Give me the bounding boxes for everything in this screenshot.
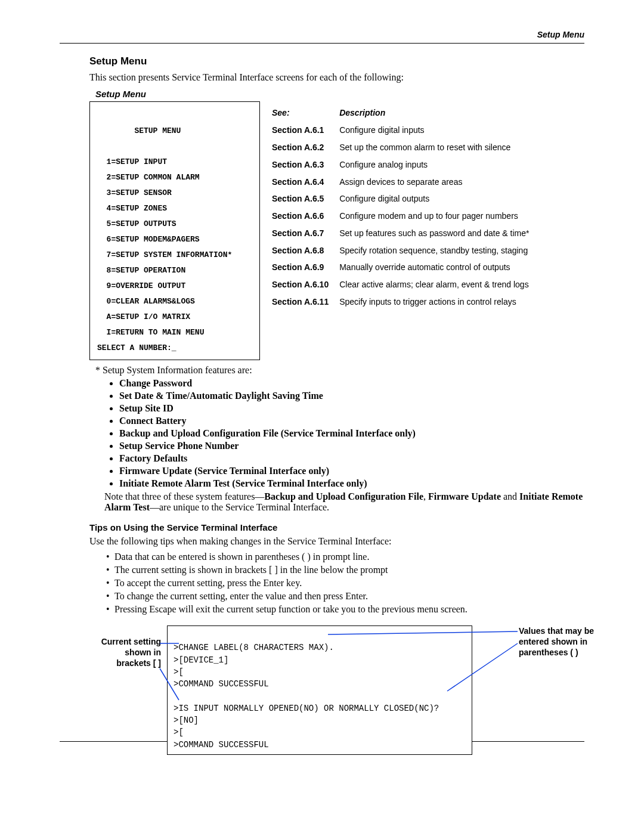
terminal-line: 0=CLEAR ALARMS&LOGS — [97, 297, 195, 306]
feature-item: Factory Defaults — [119, 453, 584, 464]
terminal-line: 4=SETUP ZONES — [97, 204, 167, 213]
section-desc: Set up features such as password and dat… — [335, 225, 534, 241]
feature-item: Connect Battery — [119, 416, 584, 426]
footnote-lead: * Setup System Information features are: — [95, 365, 584, 376]
running-head: Setup Menu — [60, 30, 584, 44]
section-desc: Configure modem and up to four pager num… — [335, 208, 534, 224]
feature-item: Set Date & Time/Automatic Daylight Savin… — [119, 391, 584, 401]
terminal-line: 2=SETUP COMMON ALARM — [97, 173, 200, 182]
section-desc: Manually override automatic control of o… — [335, 259, 534, 275]
terminal-line: 9=OVERRIDE OUTPUT — [97, 281, 185, 290]
ex-line: >[ — [174, 727, 184, 737]
example-terminal: >CHANGE LABEL(8 CHARACTERS MAX). >[DEVIC… — [167, 625, 472, 755]
ex-line: >[NO] — [174, 716, 199, 725]
section-desc: Clear active alarms; clear alarm, event … — [335, 277, 534, 293]
section-ref: Section A.6.4 — [267, 174, 333, 190]
feature-item: Firmware Update (Service Terminal Interf… — [119, 466, 584, 476]
section-ref: Section A.6.5 — [267, 191, 333, 207]
tip-subitem: To change the current setting, enter the… — [106, 591, 584, 602]
ex-line: >IS INPUT NORMALLY OPENED(NO) OR NORMALL… — [174, 704, 439, 713]
section-ref: Section A.6.3 — [267, 156, 333, 172]
callout-right: Values that may be entered shown in pare… — [519, 625, 620, 658]
feature-note: Note that three of these system features… — [104, 491, 584, 513]
example-diagram: Current setting shown in brackets [ ] >C… — [89, 625, 584, 727]
section-ref: Section A.6.1 — [267, 122, 333, 138]
section-desc: Configure analog inputs — [335, 156, 534, 172]
section-ref: Section A.6.9 — [267, 259, 333, 275]
tips-list: Data that can be entered is shown in par… — [106, 552, 584, 615]
terminal-line: I=RETURN TO MAIN MENU — [97, 328, 204, 337]
feature-item: Setup Service Phone Number — [119, 441, 584, 451]
terminal-line: 3=SETUP SENSOR — [97, 188, 172, 197]
section-desc: Assign devices to separate areas — [335, 174, 534, 190]
section-desc: Specify rotation sequence, standby testi… — [335, 242, 534, 258]
ex-line: >[DEVICE_1] — [174, 655, 228, 665]
terminal-line: 5=SETUP OUTPUTS — [97, 219, 177, 228]
feature-item: Backup and Upload Configuration File (Se… — [119, 428, 584, 439]
menu-description-table: See: Description Section A.6.1Configure … — [266, 104, 535, 311]
section-ref: Section A.6.11 — [267, 294, 333, 310]
terminal-line: 1=SETUP INPUT — [97, 157, 167, 166]
section-desc: Configure digital outputs — [335, 191, 534, 207]
feature-item: Initiate Remote Alarm Test (Service Term… — [119, 478, 584, 489]
terminal-title: SETUP MENU — [97, 126, 181, 135]
feature-item: Setup Site ID — [119, 403, 584, 414]
section-desc: Specify inputs to trigger actions in con… — [335, 294, 534, 310]
col-see-header: See: — [267, 105, 333, 121]
ex-line: >COMMAND SUCCESSFUL — [174, 679, 269, 689]
tip-item: Data that can be entered is shown in par… — [106, 552, 584, 562]
feature-list: Change Password Set Date & Time/Automati… — [119, 378, 584, 489]
terminal-setup-menu: SETUP MENU 1=SETUP INPUT 2=SETUP COMMON … — [89, 101, 260, 360]
tips-heading: Tips on Using the Service Terminal Inter… — [89, 522, 584, 532]
terminal-line: 7=SETUP SYSTEM INFORMATION* — [97, 250, 232, 259]
terminal-line: SELECT A NUMBER:_ — [97, 343, 177, 352]
ex-line: >CHANGE LABEL(8 CHARACTERS MAX). — [174, 643, 334, 652]
figure-caption: Setup Menu — [95, 89, 584, 99]
ex-line: >COMMAND SUCCESSFUL — [174, 740, 269, 750]
section-ref: Section A.6.6 — [267, 208, 333, 224]
tip-item: Pressing Escape will exit the current se… — [106, 604, 584, 615]
ex-line: >[ — [174, 667, 184, 677]
col-desc-header: Description — [335, 105, 534, 121]
section-desc: Set up the common alarm to reset with si… — [335, 140, 534, 156]
section-ref: Section A.6.2 — [267, 140, 333, 156]
section-ref: Section A.6.10 — [267, 277, 333, 293]
callout-left: Current setting shown in brackets [ ] — [89, 636, 161, 669]
tips-intro: Use the following tips when making chang… — [89, 536, 584, 547]
section-ref: Section A.6.7 — [267, 225, 333, 241]
terminal-line: A=SETUP I/O MATRIX — [97, 312, 190, 321]
feature-item: Change Password — [119, 378, 584, 389]
terminal-line: 8=SETUP OPERATION — [97, 266, 185, 275]
section-desc: Configure digital inputs — [335, 122, 534, 138]
intro-text: This section presents Service Terminal I… — [89, 72, 584, 83]
section-heading: Setup Menu — [89, 55, 584, 67]
tip-subitem: To accept the current setting, press the… — [106, 578, 584, 589]
tip-item: The current setting is shown in brackets… — [106, 565, 584, 575]
section-ref: Section A.6.8 — [267, 242, 333, 258]
terminal-line: 6=SETUP MODEM&PAGERS — [97, 235, 200, 244]
